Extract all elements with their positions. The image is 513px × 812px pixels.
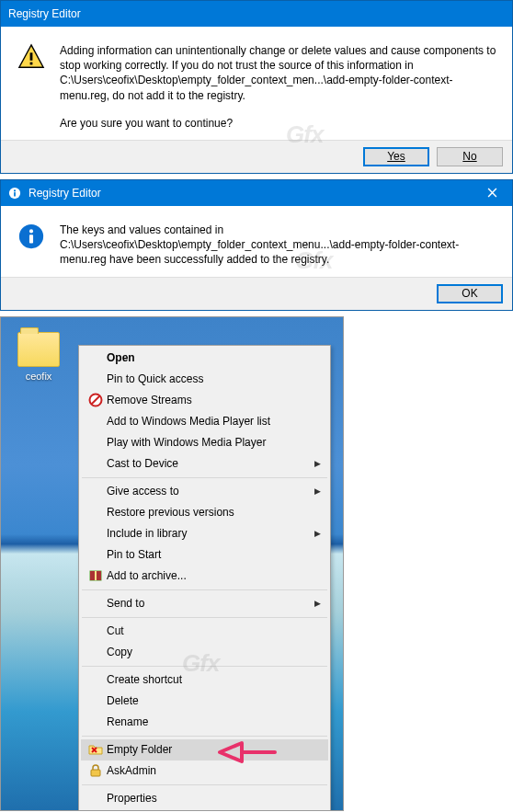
submenu-arrow-icon: ▶: [314, 599, 321, 608]
menu-item-label: Include in library: [107, 527, 310, 540]
context-menu: OpenPin to Quick accessRemove StreamsAdd…: [78, 345, 331, 811]
menu-item-add-to-archive[interactable]: Add to archive...: [81, 566, 328, 587]
menu-item-label: Give access to: [107, 485, 310, 497]
menu-item-properties[interactable]: Properties: [81, 788, 328, 809]
menu-item-restore-previous-versions[interactable]: Restore previous versions: [81, 502, 328, 523]
titlebar: Registry Editor: [1, 1, 512, 27]
menu-item-label: Pin to Start: [107, 548, 310, 561]
folder-x-icon: [85, 742, 107, 757]
menu-item-label: Play with Windows Media Player: [107, 436, 310, 449]
menu-item-label: Delete: [107, 694, 310, 707]
warning-icon: [17, 43, 47, 131]
svg-point-4: [14, 189, 16, 191]
folder-label: ceofix: [8, 371, 69, 382]
svg-rect-14: [95, 571, 97, 580]
button-row: Yes No: [1, 140, 512, 173]
no-button[interactable]: No: [437, 147, 503, 166]
menu-item-create-shortcut[interactable]: Create shortcut: [81, 669, 328, 691]
svg-rect-5: [14, 192, 16, 196]
menu-item-include-in-library[interactable]: Include in library▶: [81, 523, 328, 544]
folder-icon: [17, 332, 60, 367]
menu-item-cast-to-device[interactable]: Cast to Device▶: [81, 453, 328, 475]
menu-item-delete[interactable]: Delete: [81, 691, 328, 712]
menu-separator: [82, 784, 327, 785]
info-dialog: Registry Editor The keys and values cont…: [0, 179, 513, 311]
arrow-annotation: [214, 736, 279, 769]
svg-rect-8: [29, 234, 33, 243]
archive-icon: [85, 568, 107, 583]
menu-item-label: AskAdmin: [107, 764, 310, 777]
submenu-arrow-icon: ▶: [314, 459, 321, 468]
menu-item-label: Add to Windows Media Player list: [107, 415, 310, 428]
menu-item-pin-to-start[interactable]: Pin to Start: [81, 544, 328, 566]
titlebar: Registry Editor: [1, 180, 512, 206]
dialog-text: Adding information can unintentionally c…: [60, 43, 499, 131]
menu-item-add-to-windows-media-player-list[interactable]: Add to Windows Media Player list: [81, 411, 328, 432]
dialog-title: Registry Editor: [28, 187, 101, 200]
menu-item-label: Copy: [107, 646, 310, 658]
menu-separator: [82, 589, 327, 590]
dialog-title: Registry Editor: [8, 7, 81, 20]
menu-item-label: Empty Folder: [107, 743, 310, 756]
menu-item-label: Cut: [107, 624, 310, 637]
menu-item-cut[interactable]: Cut: [81, 621, 328, 642]
menu-item-label: Properties: [107, 792, 310, 805]
menu-separator: [82, 736, 327, 737]
warning-dialog: Registry Editor Adding information can u…: [0, 0, 513, 174]
menu-item-label: Add to archive...: [107, 569, 310, 582]
menu-item-label: Restore previous versions: [107, 506, 310, 519]
menu-item-remove-streams[interactable]: Remove Streams: [81, 390, 328, 411]
menu-separator: [82, 617, 327, 618]
menu-item-rename[interactable]: Rename: [81, 712, 328, 733]
yes-button[interactable]: Yes: [363, 147, 429, 166]
menu-item-open[interactable]: Open: [81, 348, 328, 369]
info-title-icon: [8, 187, 21, 200]
menu-item-label: Pin to Quick access: [107, 372, 310, 385]
desktop-folder[interactable]: ceofix: [8, 332, 69, 382]
ok-button[interactable]: OK: [437, 284, 503, 303]
menu-item-give-access-to[interactable]: Give access to▶: [81, 481, 328, 502]
svg-rect-15: [91, 770, 100, 776]
menu-item-label: Create shortcut: [107, 673, 310, 686]
submenu-arrow-icon: ▶: [314, 529, 321, 538]
lock-icon: [85, 763, 107, 778]
menu-item-label: Open: [107, 351, 310, 364]
no-entry-icon: [85, 393, 107, 407]
menu-item-label: Send to: [107, 597, 310, 610]
info-icon: [17, 223, 47, 268]
menu-item-pin-to-quick-access[interactable]: Pin to Quick access: [81, 369, 328, 390]
menu-separator: [82, 666, 327, 667]
menu-item-askadmin[interactable]: AskAdmin: [81, 761, 328, 782]
close-button[interactable]: [472, 180, 512, 206]
svg-point-7: [29, 229, 33, 233]
dialog-text: The keys and values contained in C:\User…: [60, 223, 499, 268]
menu-item-label: Cast to Device: [107, 457, 310, 470]
desktop-area: ceofix OpenPin to Quick accessRemove Str…: [0, 316, 344, 811]
button-row: OK: [1, 277, 512, 310]
menu-item-send-to[interactable]: Send to▶: [81, 593, 328, 614]
menu-separator: [82, 477, 327, 478]
svg-rect-2: [30, 63, 33, 65]
menu-item-label: Remove Streams: [107, 394, 310, 406]
menu-item-play-with-windows-media-player[interactable]: Play with Windows Media Player: [81, 432, 328, 453]
svg-rect-1: [30, 52, 33, 60]
submenu-arrow-icon: ▶: [314, 486, 321, 496]
menu-item-empty-folder[interactable]: Empty Folder: [81, 739, 328, 761]
menu-item-label: Rename: [107, 715, 310, 728]
menu-item-copy[interactable]: Copy: [81, 642, 328, 663]
